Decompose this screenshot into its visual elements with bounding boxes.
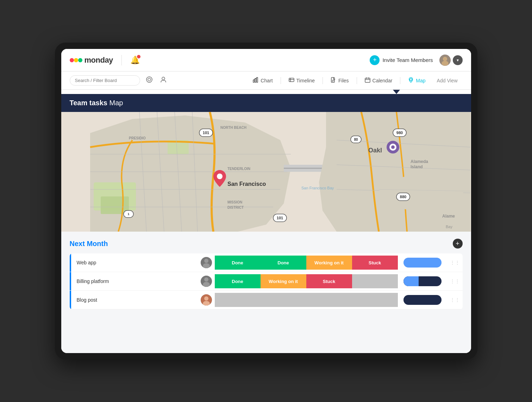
header-left: monday 🔔 xyxy=(70,55,140,65)
map-svg: 101 80 980 880 1 101 PRESIDIO NORTH BEAC… xyxy=(61,112,471,232)
drag-handle-cell: ⋮⋮ xyxy=(447,253,463,272)
timeline-icon xyxy=(289,77,294,84)
table-row: Billing platformDoneWorking on itStuck⋮⋮ xyxy=(70,272,463,291)
progress-cell xyxy=(398,272,447,291)
tasks-table: Web appDoneDoneWorking on itStuck⋮⋮Billi… xyxy=(70,253,463,309)
svg-text:San Francisco: San Francisco xyxy=(227,181,266,187)
progress-bar-container xyxy=(403,276,442,286)
header-right: + Invite Team Members ▾ xyxy=(370,54,462,67)
device-frame: monday 🔔 + Invite Team Members xyxy=(55,43,477,359)
status-badge: Working on it xyxy=(261,274,306,288)
files-icon xyxy=(331,77,336,84)
task-avatar xyxy=(201,294,212,306)
status-cell[interactable]: Done xyxy=(215,272,261,291)
status-cell[interactable]: Working on it xyxy=(261,272,306,291)
tab-map[interactable]: Map xyxy=(403,75,430,86)
status-cell[interactable] xyxy=(261,291,306,309)
svg-point-77 xyxy=(204,277,208,282)
screen: monday 🔔 + Invite Team Members xyxy=(61,49,471,353)
status-badge xyxy=(306,293,352,307)
drag-handle[interactable]: ⋮⋮ xyxy=(450,260,460,265)
status-cell[interactable]: Working on it xyxy=(306,253,352,272)
chart-icon xyxy=(253,77,258,84)
svg-rect-18 xyxy=(365,78,370,82)
task-avatar xyxy=(201,257,212,268)
status-badge: Done xyxy=(215,274,261,288)
status-cell[interactable]: Stuck xyxy=(352,253,398,272)
person-filter-btn[interactable] xyxy=(158,75,168,86)
table-section: Next Month + Web appDoneDoneWorking on i… xyxy=(61,232,471,353)
logo-divider xyxy=(121,55,122,65)
tab-calendar[interactable]: Calendar xyxy=(360,75,398,86)
map-container[interactable]: 101 80 980 880 1 101 PRESIDIO NORTH BEAC… xyxy=(61,112,471,232)
avatar-dropdown-icon[interactable]: ▾ xyxy=(453,55,463,65)
status-cell[interactable] xyxy=(215,291,261,309)
progress-fill xyxy=(403,276,419,286)
status-cell[interactable]: Stuck xyxy=(306,272,352,291)
svg-rect-11 xyxy=(257,77,258,82)
svg-point-5 xyxy=(442,61,449,65)
notification-bell[interactable]: 🔔 xyxy=(130,56,140,65)
status-cell[interactable] xyxy=(352,272,398,291)
invite-button[interactable]: + Invite Team Members xyxy=(370,55,433,65)
svg-text:101: 101 xyxy=(202,131,209,135)
svg-text:Oakl: Oakl xyxy=(368,147,382,154)
header: monday 🔔 + Invite Team Members xyxy=(61,49,471,71)
status-badge xyxy=(352,293,398,307)
task-avatar-cell xyxy=(198,291,215,309)
status-cell[interactable]: Done xyxy=(215,253,261,272)
svg-text:Alameda: Alameda xyxy=(411,159,428,164)
add-view-label: Add View xyxy=(437,78,458,83)
logo-text: monday xyxy=(85,56,113,65)
add-row-button[interactable]: + xyxy=(453,239,463,249)
status-badge: Stuck xyxy=(352,256,398,270)
separator-4 xyxy=(400,77,400,84)
filter-icon-btn[interactable] xyxy=(144,75,154,86)
avatar-user xyxy=(439,54,451,67)
drag-handle[interactable]: ⋮⋮ xyxy=(450,278,460,284)
svg-point-4 xyxy=(443,57,447,61)
table-row: Web appDoneDoneWorking on itStuck⋮⋮ xyxy=(70,253,463,272)
svg-text:Alame: Alame xyxy=(442,214,455,219)
svg-text:980: 980 xyxy=(396,131,402,135)
svg-text:880: 880 xyxy=(400,195,406,199)
task-avatar xyxy=(201,276,212,287)
drag-handle[interactable]: ⋮⋮ xyxy=(450,297,460,303)
svg-rect-15 xyxy=(331,77,334,82)
map-arrow-row xyxy=(61,90,471,94)
svg-text:TENDERLOIN: TENDERLOIN xyxy=(227,167,250,171)
svg-rect-12 xyxy=(289,78,294,82)
section-title: Next Month xyxy=(70,240,108,248)
svg-text:1: 1 xyxy=(127,212,129,216)
task-avatar-cell xyxy=(198,272,215,291)
status-cell[interactable]: Done xyxy=(261,253,306,272)
status-badge: Working on it xyxy=(306,256,352,270)
progress-cell xyxy=(398,291,447,309)
svg-point-7 xyxy=(148,78,151,81)
status-cell[interactable] xyxy=(306,291,352,309)
svg-point-78 xyxy=(203,282,210,287)
status-cell[interactable] xyxy=(352,291,398,309)
toolbar-left xyxy=(70,75,168,86)
page-title: Team tasks Map xyxy=(70,99,463,107)
search-input[interactable] xyxy=(70,75,140,86)
svg-text:Bay: Bay xyxy=(446,225,452,229)
add-row-icon: + xyxy=(456,240,459,247)
avatar-group: ▾ xyxy=(439,54,463,67)
status-badge: Done xyxy=(261,256,306,270)
task-name: Blog post xyxy=(71,291,198,309)
tab-calendar-label: Calendar xyxy=(373,78,393,83)
add-view-button[interactable]: Add View xyxy=(432,76,463,86)
map-arrow xyxy=(393,90,400,94)
svg-point-68 xyxy=(391,145,395,149)
page-title-light: Map xyxy=(107,99,123,107)
status-badge xyxy=(352,274,398,288)
progress-bar xyxy=(403,258,442,268)
svg-point-22 xyxy=(410,78,412,81)
status-badge xyxy=(261,293,306,307)
tab-chart[interactable]: Chart xyxy=(248,75,277,86)
svg-text:101: 101 xyxy=(276,216,283,220)
tab-files[interactable]: Files xyxy=(326,75,354,86)
svg-text:DISTRICT: DISTRICT xyxy=(227,206,244,209)
tab-timeline[interactable]: Timeline xyxy=(284,75,320,86)
